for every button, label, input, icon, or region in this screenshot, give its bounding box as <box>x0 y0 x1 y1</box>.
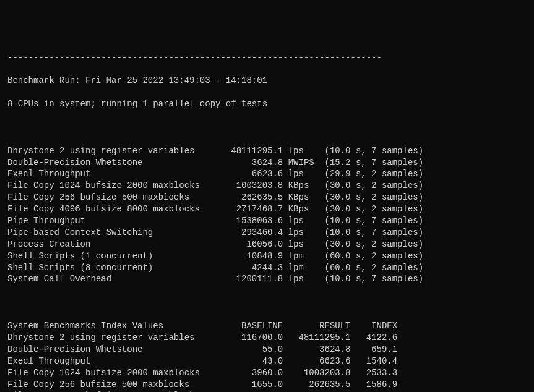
result-row: Shell Scripts (1 concurrent) 10848.9 lpm… <box>7 250 527 262</box>
index-row: File Copy 1024 bufsize 2000 maxblocks 39… <box>7 367 527 379</box>
index-row: File Copy 256 bufsize 500 maxblocks 1655… <box>7 379 527 391</box>
result-row: Double-Precision Whetstone 3624.8 MWIPS … <box>7 157 527 169</box>
result-row: File Copy 4096 bufsize 8000 maxblocks 27… <box>7 203 527 215</box>
divider-top: ----------------------------------------… <box>7 52 527 64</box>
blank-line <box>7 297 527 309</box>
benchmark-run-line: Benchmark Run: Fri Mar 25 2022 13:49:03 … <box>7 75 527 87</box>
index-block: System Benchmarks Index Values BASELINE … <box>7 320 527 392</box>
result-row: System Call Overhead 1200111.8 lps (10.0… <box>7 273 527 285</box>
blank-line <box>7 122 527 134</box>
result-row: File Copy 1024 bufsize 2000 maxblocks 10… <box>7 180 527 192</box>
result-row: Pipe-based Context Switching 293460.4 lp… <box>7 227 527 239</box>
result-row: Process Creation 16056.0 lps (30.0 s, 2 … <box>7 239 527 250</box>
index-header: System Benchmarks Index Values BASELINE … <box>7 320 527 332</box>
index-row: Double-Precision Whetstone 55.0 3624.8 6… <box>7 344 527 356</box>
index-row: Dhrystone 2 using register variables 116… <box>7 332 527 344</box>
results-block: Dhrystone 2 using register variables 481… <box>7 145 527 286</box>
index-row: Execl Throughput 43.0 6623.6 1540.4 <box>7 356 527 367</box>
cpu-info-line: 8 CPUs in system; running 1 parallel cop… <box>7 98 527 110</box>
result-row: Pipe Throughput 1538063.6 lps (10.0 s, 7… <box>7 215 527 227</box>
result-row: File Copy 256 bufsize 500 maxblocks 2626… <box>7 192 527 203</box>
result-row: Execl Throughput 6623.6 lps (29.9 s, 2 s… <box>7 168 527 180</box>
result-row: Shell Scripts (8 concurrent) 4244.3 lpm … <box>7 262 527 274</box>
result-row: Dhrystone 2 using register variables 481… <box>7 145 527 157</box>
